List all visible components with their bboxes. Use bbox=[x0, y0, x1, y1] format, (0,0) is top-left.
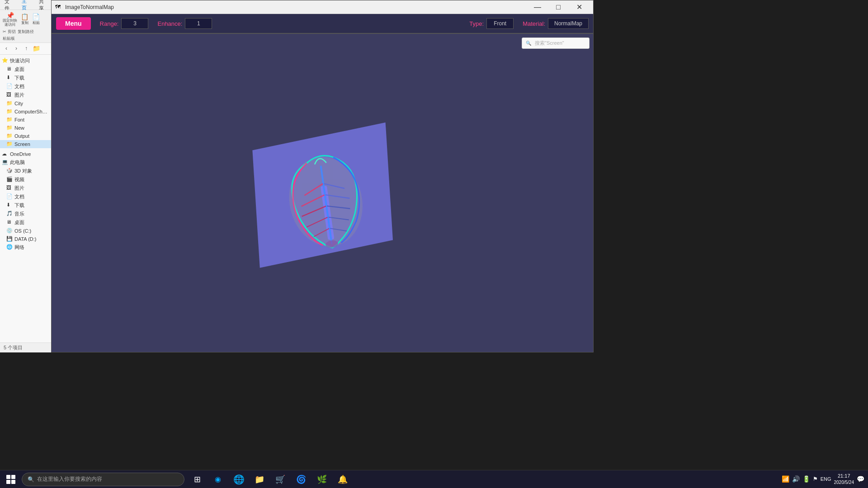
tree-item-desktop[interactable]: 🖥 桌面 bbox=[0, 65, 52, 74]
tree-3d-objects[interactable]: 🎲 3D 对象 bbox=[0, 167, 52, 175]
pin-quick-access-btn[interactable]: 📌 固定到快速访问 bbox=[2, 11, 18, 28]
tree-item-city[interactable]: 📁 City bbox=[0, 99, 52, 108]
quick-access-header[interactable]: ⭐ 快速访问 bbox=[0, 56, 52, 65]
explorer-nav: ‹ › ↑ 📁 bbox=[0, 43, 52, 55]
copy-path-btn[interactable]: 复制路径 bbox=[18, 29, 34, 35]
folder-icon: 📁 bbox=[32, 44, 41, 53]
search-icon: 🔍 bbox=[526, 41, 531, 46]
material-group: Material: bbox=[523, 18, 589, 29]
tree-c-drive[interactable]: 💿 OS (C:) bbox=[0, 227, 52, 235]
tree-onedrive[interactable]: ☁ OneDrive bbox=[0, 150, 52, 158]
copy-btn[interactable]: 📋 复制 bbox=[20, 12, 29, 26]
tree-this-pc[interactable]: 💻 此电脑 bbox=[0, 158, 52, 167]
back-btn[interactable]: ‹ bbox=[2, 44, 11, 53]
close-btn[interactable]: ✕ bbox=[569, 0, 590, 14]
svg-rect-17 bbox=[6, 480, 10, 484]
search-overlay[interactable]: 🔍 搜索"Screen" bbox=[522, 38, 590, 49]
taskbar-systray: 📶 🔊 🔋 ⚑ ENG 21:17 2020/5/24 💬 bbox=[782, 473, 868, 486]
enhance-group: Enhance: bbox=[157, 18, 212, 29]
explorer-ribbon: 📌 固定到快速访问 📋 复制 📄 粘贴 ✂ 剪切 复制路径 粘贴板 bbox=[0, 10, 52, 43]
material-input[interactable] bbox=[548, 18, 589, 29]
enhance-label: Enhance: bbox=[157, 20, 182, 27]
taskbar-clock[interactable]: 21:17 2020/5/24 bbox=[834, 473, 854, 486]
taskbar-search[interactable]: 🔍 在这里输入你要搜索的内容 bbox=[22, 473, 184, 486]
taskbar-volume-icon[interactable]: 🔊 bbox=[792, 475, 800, 483]
taskbar-network-icon[interactable]: 📶 bbox=[782, 475, 789, 483]
app-window: 🗺 ImageToNormalMap — □ ✕ Menu Range: Enh… bbox=[51, 0, 594, 352]
clock-date: 2020/5/24 bbox=[834, 479, 854, 486]
start-button[interactable] bbox=[0, 470, 22, 488]
taskbar-language[interactable]: ENG bbox=[821, 476, 831, 482]
app-canvas: 🔍 搜索"Screen" bbox=[52, 34, 593, 352]
tree-item-computershop[interactable]: 📁 ComputerShopC... bbox=[0, 108, 52, 116]
clock-time: 21:17 bbox=[834, 473, 854, 479]
minimize-btn[interactable]: — bbox=[527, 0, 548, 14]
windows-logo-icon bbox=[5, 474, 16, 485]
notification-center-btn[interactable]: 💬 bbox=[857, 475, 864, 483]
type-group: Type: bbox=[469, 18, 514, 29]
search-icon: 🔍 bbox=[28, 476, 34, 483]
taskbar-cortana[interactable]: ◉ bbox=[208, 470, 228, 488]
taskbar-notification[interactable]: ⚑ bbox=[813, 476, 818, 482]
tree-item-download[interactable]: ⬇ 下载 bbox=[0, 74, 52, 82]
taskbar-edge[interactable]: 🌐 bbox=[229, 470, 249, 488]
explorer-tree: ⭐ 快速访问 🖥 桌面 ⬇ 下载 📄 文档 🖼 图片 📁 City 📁 Comp… bbox=[0, 55, 52, 343]
range-input[interactable] bbox=[121, 18, 148, 29]
tree-network[interactable]: 🌐 网络 bbox=[0, 243, 52, 252]
app-icon: 🗺 bbox=[55, 4, 62, 11]
paste-board-btn[interactable]: 粘贴板 bbox=[3, 36, 15, 42]
up-btn[interactable]: ↑ bbox=[22, 44, 31, 53]
tree-item-new[interactable]: 📁 New bbox=[0, 124, 52, 132]
tree-videos[interactable]: 🎬 视频 bbox=[0, 175, 52, 184]
tree-item-docs[interactable]: 📄 文档 bbox=[0, 82, 52, 91]
type-label: Type: bbox=[469, 20, 484, 27]
tree-images[interactable]: 🖼 图片 bbox=[0, 184, 52, 192]
taskbar-browser2[interactable]: 🌀 bbox=[291, 470, 311, 488]
tree-item-pictures[interactable]: 🖼 图片 bbox=[0, 91, 52, 99]
tree-desktop[interactable]: 🖥 桌面 bbox=[0, 218, 52, 227]
app-title: ImageToNormalMap bbox=[65, 4, 527, 10]
taskbar-explorer[interactable]: 📁 bbox=[250, 470, 269, 488]
range-group: Range: bbox=[100, 18, 149, 29]
taskbar-app1[interactable]: 🌿 bbox=[312, 470, 332, 488]
taskbar-battery-icon[interactable]: 🔋 bbox=[802, 475, 810, 483]
app-titlebar: 🗺 ImageToNormalMap — □ ✕ bbox=[52, 0, 593, 14]
explorer-window: 文件 主页 共享 📌 固定到快速访问 📋 复制 📄 粘贴 ✂ 剪切 复制路径 粘… bbox=[0, 0, 52, 352]
cut-btn[interactable]: ✂ 剪切 bbox=[3, 29, 16, 35]
tree-d-drive[interactable]: 💾 DATA (D:) bbox=[0, 235, 52, 243]
svg-rect-15 bbox=[6, 475, 10, 479]
tree-item-screen[interactable]: 📁 Screen bbox=[0, 140, 52, 148]
tree-music[interactable]: 🎵 音乐 bbox=[0, 210, 52, 218]
search-placeholder: 在这里输入你要搜索的内容 bbox=[37, 475, 102, 483]
tree-downloads[interactable]: ⬇ 下载 bbox=[0, 201, 52, 210]
search-text: 搜索"Screen" bbox=[535, 40, 564, 47]
paste-btn[interactable]: 📄 粘贴 bbox=[31, 12, 41, 26]
material-label: Material: bbox=[523, 20, 545, 27]
taskbar-store[interactable]: 🛒 bbox=[270, 470, 290, 488]
svg-rect-16 bbox=[11, 475, 15, 479]
explorer-tabs: 文件 主页 共享 bbox=[0, 0, 52, 10]
app-toolbar: Menu Range: Enhance: Type: Material: bbox=[52, 14, 593, 34]
tree-documents[interactable]: 📄 文档 bbox=[0, 192, 52, 201]
explorer-status: 5 个项目 bbox=[0, 343, 52, 352]
menu-button[interactable]: Menu bbox=[56, 17, 91, 30]
taskbar-app2[interactable]: 🔔 bbox=[333, 470, 353, 488]
svg-rect-18 bbox=[11, 480, 15, 484]
tree-item-output[interactable]: 📁 Output bbox=[0, 132, 52, 140]
type-input[interactable] bbox=[486, 18, 514, 29]
taskbar-task-view[interactable]: ⊞ bbox=[187, 470, 207, 488]
normal-map-display bbox=[236, 113, 408, 273]
enhance-input[interactable] bbox=[185, 18, 212, 29]
maximize-btn[interactable]: □ bbox=[548, 0, 569, 14]
tree-item-font[interactable]: 📁 Font bbox=[0, 116, 52, 124]
taskbar: 🔍 在这里输入你要搜索的内容 ⊞ ◉ 🌐 📁 🛒 🌀 🌿 🔔 📶 🔊 🔋 ⚑ E… bbox=[0, 470, 868, 488]
range-label: Range: bbox=[100, 20, 119, 27]
forward-btn[interactable]: › bbox=[12, 44, 21, 53]
taskbar-apps: ⊞ ◉ 🌐 📁 🛒 🌀 🌿 🔔 bbox=[187, 470, 353, 488]
window-controls: — □ ✕ bbox=[527, 0, 590, 14]
